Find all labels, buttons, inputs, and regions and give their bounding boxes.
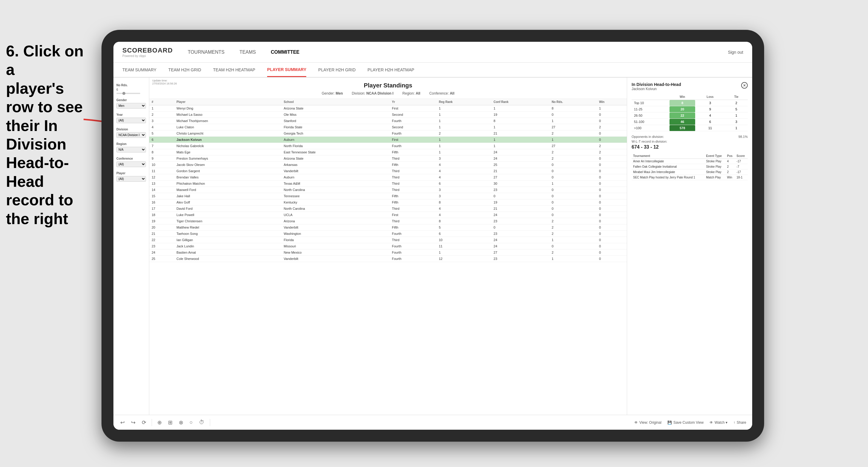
gender-select[interactable]: Men Women: [116, 103, 146, 108]
gender-section: Gender Men Women: [116, 98, 146, 108]
circle-button[interactable]: ○: [189, 418, 194, 427]
nav-tournaments[interactable]: TOURNAMENTS: [188, 48, 224, 56]
t-score: -17: [735, 169, 748, 175]
cell-win: 1: [597, 105, 627, 112]
h2h-loss: 3: [695, 100, 725, 106]
table-row[interactable]: 4 Luke Claton Florida State Second 1 1 2…: [149, 124, 627, 130]
table-row[interactable]: 2 Michael La Sasso Ole Miss Second 1 19 …: [149, 112, 627, 118]
player-label: Player: [116, 172, 146, 175]
cell-conf-rank: 24: [491, 243, 550, 249]
rounds-slider-thumb[interactable]: [122, 92, 125, 95]
cell-rank: 7: [149, 143, 174, 149]
cell-school: Arizona State: [281, 105, 390, 112]
sub-nav-player-summary[interactable]: PLAYER SUMMARY: [267, 63, 306, 77]
table-row[interactable]: 25 Cole Sherwood Vanderbilt Fourth 12 23…: [149, 256, 627, 262]
table-row[interactable]: 20 Matthew Riedel Vanderbilt Fifth 5 0 2…: [149, 224, 627, 231]
table-header-row: # Player School Yr Reg Rank Conf Rank No…: [149, 99, 627, 105]
cell-reg-rank: 8: [436, 199, 491, 206]
nav-committee[interactable]: COMMITTEE: [271, 48, 299, 56]
table-row[interactable]: 1 Wenyi Ding Arizona State First 1 1 8 1: [149, 105, 627, 112]
table-row[interactable]: 9 Preston Summerhays Arizona State Third…: [149, 155, 627, 162]
cell-school: Arizona: [281, 218, 390, 224]
table-row[interactable]: 16 Alex Goff Kentucky Fifth 8 19 0 0: [149, 199, 627, 206]
table-row[interactable]: 22 Ian Gilligan Florida Third 10 24 1 0: [149, 237, 627, 243]
table-row[interactable]: 21 Taehoon Song Washington Fourth 6 23 2…: [149, 231, 627, 237]
cell-rds: 0: [549, 212, 597, 218]
t-pos: 2: [725, 164, 735, 169]
table-row[interactable]: 11 Gordon Sargent Vanderbilt Third 4 21 …: [149, 168, 627, 174]
table-row[interactable]: 7 Nicholas Gabrelcik North Florida Fourt…: [149, 143, 627, 149]
cell-rank: 21: [149, 231, 174, 237]
sub-nav-team-h2h-heatmap[interactable]: TEAM H2H HEATMAP: [213, 63, 255, 77]
save-custom-button[interactable]: 💾 Save Custom View: [668, 421, 704, 425]
sub-nav-team-summary[interactable]: TEAM SUMMARY: [122, 63, 156, 77]
table-row[interactable]: 23 Jack Lundin Missouri Fourth 11 24 0 0: [149, 243, 627, 249]
cell-rds: 0: [549, 193, 597, 199]
t-type: Stroke Play: [705, 159, 725, 164]
h2h-close-button[interactable]: ×: [741, 82, 748, 89]
table-row[interactable]: 15 Jake Hall Tennessee Fifth 3 0 0 0: [149, 193, 627, 199]
nav-teams[interactable]: TEAMS: [239, 48, 256, 56]
year-select[interactable]: (All): [116, 118, 146, 123]
table-row[interactable]: 24 Bastien Amat New Mexico Fourth 1 27 2…: [149, 249, 627, 256]
cell-school: Tennessee: [281, 193, 390, 199]
sign-out-link[interactable]: Sign out: [728, 50, 743, 55]
table-row[interactable]: 3 Michael Thorbjornsen Stanford Fourth 1…: [149, 118, 627, 124]
table-row[interactable]: 5 Christo Lamprecht Georgia Tech Fourth …: [149, 130, 627, 137]
player-select[interactable]: (All): [116, 176, 146, 182]
cell-player: Matthew Riedel: [174, 224, 281, 231]
h2h-table-row: 26-50 22 4 1: [631, 113, 748, 119]
cell-rds: 2: [549, 231, 597, 237]
sub-nav-player-h2h-heatmap[interactable]: PLAYER H2H HEATMAP: [367, 63, 414, 77]
table-row[interactable]: 13 Phichaksn Maichon Texas A&M Third 6 3…: [149, 181, 627, 187]
sub-nav-team-h2h-grid[interactable]: TEAM H2H GRID: [168, 63, 201, 77]
t-col-score: Score: [735, 153, 748, 159]
h2h-table-header: Win Loss Tie: [631, 94, 748, 100]
table-row[interactable]: 6 Jackson Koivun Auburn First 1 1 1 0: [149, 137, 627, 143]
table-row[interactable]: 19 Tiger Christensen Arizona Third 8 23 …: [149, 218, 627, 224]
cell-rds: 27: [549, 143, 597, 149]
table-row[interactable]: 12 Brendan Valles Auburn Third 4 27 0 0: [149, 174, 627, 181]
standings-title: Player Standings: [155, 82, 621, 89]
h2h-loss: 4: [695, 113, 725, 119]
t-pos: Win: [725, 175, 735, 180]
cell-conf-rank: 0: [491, 224, 550, 231]
refresh-button[interactable]: ⟳: [141, 418, 147, 427]
cell-rds: 2: [549, 155, 597, 162]
table-row[interactable]: 17 David Ford North Carolina Third 4 21 …: [149, 206, 627, 212]
toolbar-divider-2: [210, 419, 210, 426]
t-type: Stroke Play: [705, 169, 725, 175]
center-panel: Update time: 27/03/2024 16:56:26 Player …: [149, 77, 627, 415]
col-win: Win: [597, 99, 627, 105]
tournament-row: Mirabel Maui Jim Intercollegiate Stroke …: [631, 169, 748, 175]
h2h-win: 46: [670, 119, 695, 125]
paste-button[interactable]: ⊞: [167, 418, 174, 427]
view-icon: 👁: [634, 421, 638, 425]
clock-button[interactable]: ⏱: [198, 418, 205, 427]
cell-win: 0: [597, 162, 627, 168]
cell-rank: 8: [149, 149, 174, 155]
link-button[interactable]: ⊗: [178, 418, 184, 427]
table-row[interactable]: 18 Luke Powell UCLA First 4 24 0 0: [149, 212, 627, 218]
division-select[interactable]: NCAA Division I: [116, 132, 146, 138]
view-original-button[interactable]: 👁 View: Original: [634, 421, 661, 425]
table-row[interactable]: 14 Maxwell Ford North Carolina Third 3 2…: [149, 187, 627, 193]
table-row[interactable]: 10 Jacob Skov Olesen Arkansas Fifth 4 25…: [149, 162, 627, 168]
cell-yr: Third: [390, 181, 436, 187]
cell-reg-rank: 4: [436, 174, 491, 181]
region-select[interactable]: N/A: [116, 147, 146, 153]
undo-button[interactable]: ↩: [119, 418, 126, 427]
share-button[interactable]: ↑ Share: [733, 421, 746, 425]
cell-rank: 9: [149, 155, 174, 162]
conference-select[interactable]: (All): [116, 161, 146, 167]
t-name: Amer Ari Intercollegiate: [631, 159, 705, 164]
sub-nav-player-h2h-grid[interactable]: PLAYER H2H GRID: [318, 63, 355, 77]
rounds-slider-track[interactable]: [116, 93, 140, 94]
watch-button[interactable]: 👁 Watch ▾: [710, 421, 727, 425]
copy-button[interactable]: ⊕: [156, 418, 163, 427]
table-row[interactable]: 8 Mats Ege East Tennessee State Fifth 1 …: [149, 149, 627, 155]
redo-button[interactable]: ↪: [130, 418, 136, 427]
nav-right: Sign out: [728, 50, 743, 55]
cell-conf-rank: 1: [491, 105, 550, 112]
cell-conf-rank: 0: [491, 193, 550, 199]
